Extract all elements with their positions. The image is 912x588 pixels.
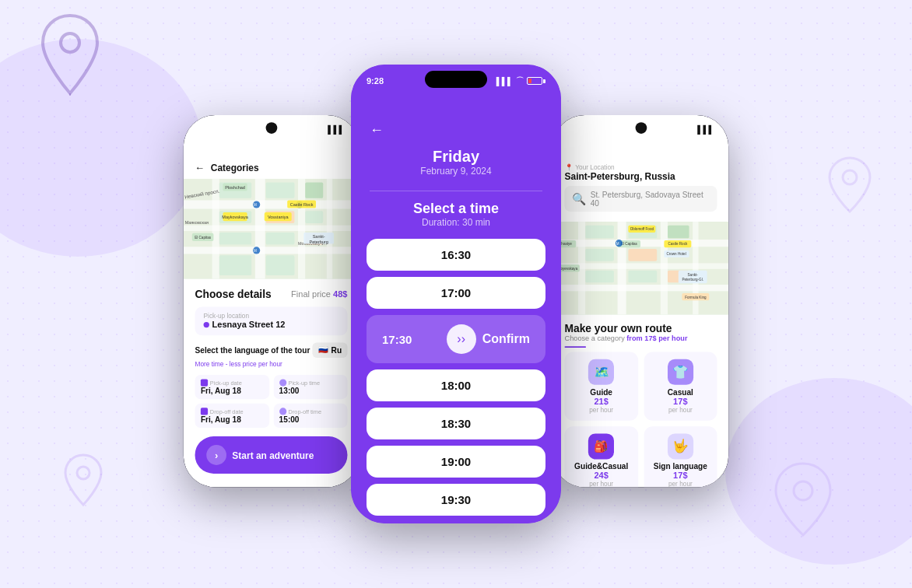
casual-price: 17$ xyxy=(651,397,710,407)
language-row: Select the language of the tour 🇷🇺 Ru xyxy=(195,343,348,358)
svg-rect-6 xyxy=(184,200,359,208)
choose-details-title: Choose details xyxy=(195,288,272,300)
svg-text:Peterburg-Gl.: Peterburg-Gl. xyxy=(682,278,703,282)
svg-rect-15 xyxy=(305,182,323,198)
right-notch xyxy=(635,122,647,134)
price-value: 48$ xyxy=(333,289,347,299)
dropoff-date-item: Drop-off date Fri, Aug 18 xyxy=(195,404,269,428)
time-slot-1800[interactable]: 18:00 xyxy=(367,369,545,401)
confirm-circle-icon[interactable]: ›› xyxy=(447,324,476,354)
sign-per: per hour xyxy=(651,481,710,487)
center-back-arrow[interactable]: ← xyxy=(370,122,384,138)
right-signal-icon: ▌▌▌ xyxy=(697,125,714,134)
svg-text:Sankt-: Sankt- xyxy=(688,273,699,277)
guide-per: per hour xyxy=(572,406,631,413)
price-from: from 17$ per hour xyxy=(626,334,687,342)
svg-text:Sankt-: Sankt- xyxy=(313,234,325,239)
time-slot-1630[interactable]: 16:30 xyxy=(367,239,545,271)
svg-rect-22 xyxy=(219,255,251,275)
right-body: Make your own route Choose a category fr… xyxy=(553,315,728,488)
svg-text:Ploshchad: Ploshchad xyxy=(225,185,245,190)
right-header: 📍 Your Location Saint-Petersburg, Russia… xyxy=(553,137,728,222)
right-status-icons: ▌▌▌ xyxy=(697,125,714,134)
date-label: February 9, 2024 xyxy=(370,166,542,177)
adventure-btn-label: Start an adventure xyxy=(232,450,314,460)
phones-showcase: ▌▌▌ ← Categories xyxy=(176,65,736,523)
svg-text:Маяковская: Маяковская xyxy=(185,220,209,225)
adventure-btn-icon: › xyxy=(206,445,226,465)
svg-point-0 xyxy=(61,33,79,52)
category-guide[interactable]: 🗺️ Guide 21$ per hour xyxy=(565,352,638,421)
left-screen: ▌▌▌ ← Categories xyxy=(184,115,359,487)
guide-casual-name: Guide&Casual xyxy=(572,462,631,471)
svg-rect-57 xyxy=(585,249,614,261)
sign-name: Sign language xyxy=(651,462,710,471)
search-bar-text: St. Petersburg, Sadovaya Street 40 xyxy=(591,191,710,208)
svg-rect-51 xyxy=(618,222,626,315)
signal-icon: ▌▌▌ xyxy=(328,125,345,134)
left-notch xyxy=(265,122,277,134)
svg-text:М: М xyxy=(254,249,257,253)
time-slot-1900[interactable]: 19:00 xyxy=(367,446,545,478)
duration-label: Duration: 30 min xyxy=(351,217,561,228)
calendar-icon xyxy=(201,379,208,386)
deco-pin-3 xyxy=(772,460,834,541)
casual-icon: 👕 xyxy=(668,359,693,385)
dropoff-time-item: Drop-off time 15:00 xyxy=(273,404,347,428)
svg-point-4 xyxy=(843,170,857,184)
make-route-sub: Choose a category from 17$ per hour xyxy=(565,334,717,342)
left-map: Невский просп. Маяковская Moskovskiy v..… xyxy=(184,179,359,279)
category-casual[interactable]: 👕 Casual 17$ per hour xyxy=(644,352,717,421)
categories-grid: 🗺️ Guide 21$ per hour 👕 Casual 17$ per h… xyxy=(565,352,717,488)
svg-text:М: М xyxy=(254,203,257,207)
more-time-label: More time - less price per hour xyxy=(195,361,348,368)
pickup-date-item: Pick-up date Fri, Aug 18 xyxy=(195,375,269,399)
language-flag[interactable]: 🇷🇺 Ru xyxy=(313,343,348,358)
svg-text:Peterburg: Peterburg xyxy=(310,240,328,244)
svg-rect-20 xyxy=(266,233,295,245)
pin-dot-icon xyxy=(204,322,209,327)
calendar2-icon xyxy=(201,408,208,415)
svg-rect-53 xyxy=(693,222,698,315)
search-bar[interactable]: 🔍 St. Petersburg, Sadovaya Street 40 xyxy=(565,186,717,212)
svg-rect-7 xyxy=(184,226,359,231)
final-price-label: Final price 48$ xyxy=(291,289,347,299)
svg-rect-8 xyxy=(184,247,359,254)
svg-rect-56 xyxy=(668,226,689,239)
svg-rect-58 xyxy=(628,249,657,261)
svg-rect-11 xyxy=(298,179,305,279)
svg-text:Formula King: Formula King xyxy=(685,296,707,299)
category-sign-language[interactable]: 🤟 Sign language 17$ per hour xyxy=(644,426,717,487)
pickup-value: Lesnaya Street 12 xyxy=(204,320,339,330)
clock2-icon xyxy=(279,408,286,415)
language-text: Select the language of the tour xyxy=(195,345,313,355)
day-label: Friday xyxy=(370,148,542,166)
back-arrow-icon[interactable]: ← xyxy=(195,162,205,173)
svg-text:Castle Rock: Castle Rock xyxy=(668,242,687,246)
flag-icon: 🇷🇺 xyxy=(318,345,328,355)
time-slot-1700[interactable]: 17:00 xyxy=(367,277,545,309)
svg-point-3 xyxy=(794,481,812,500)
dropoff-time-label: Drop-off time xyxy=(279,408,342,415)
svg-rect-60 xyxy=(628,271,657,283)
dropoff-time-value: 15:00 xyxy=(279,415,342,423)
time-slot-1730-selected[interactable]: 17:30 ›› Confirm xyxy=(367,315,545,363)
svg-rect-23 xyxy=(266,255,295,275)
svg-rect-18 xyxy=(305,211,323,223)
time-slot-1930[interactable]: 19:30 xyxy=(367,484,545,516)
svg-rect-59 xyxy=(585,271,614,283)
chevron-right-icon: ›› xyxy=(457,332,465,346)
deco-pin-2 xyxy=(62,453,105,510)
left-status-icons: ▌▌▌ xyxy=(328,125,345,134)
start-adventure-button[interactable]: › Start an adventure xyxy=(195,436,348,474)
guide-casual-price: 24$ xyxy=(572,471,631,481)
confirm-group: ›› Confirm xyxy=(447,324,530,354)
dates-grid: Pick-up date Fri, Aug 18 Pick-up time 13… xyxy=(195,375,348,428)
center-title-section: Friday February 9, 2024 xyxy=(351,148,561,191)
guide-price: 21$ xyxy=(572,397,631,407)
category-guide-casual[interactable]: 🎒 Guide&Casual 24$ per hour xyxy=(565,426,638,487)
left-header: ← Categories xyxy=(184,137,359,179)
svg-text:Oblomoff Food: Oblomoff Food xyxy=(630,227,654,231)
time-slot-1830[interactable]: 18:30 xyxy=(367,408,545,439)
confirm-label[interactable]: Confirm xyxy=(482,332,530,346)
